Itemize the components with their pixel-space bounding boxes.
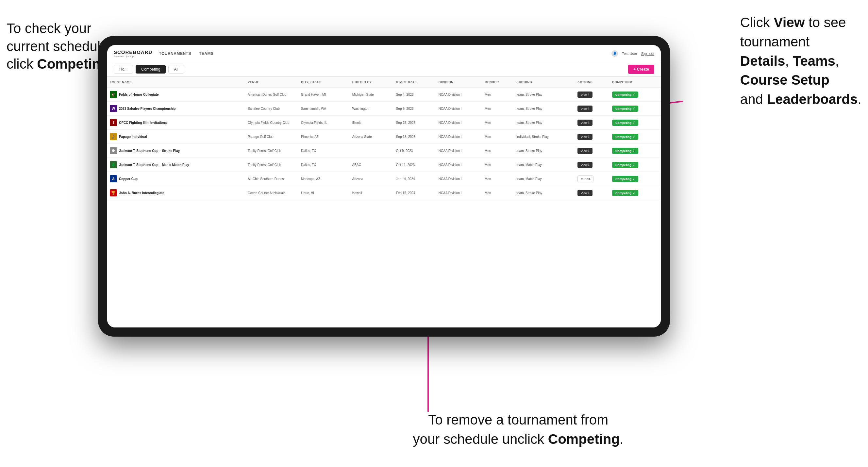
division-cell: NCAA Division I bbox=[436, 130, 482, 144]
competing-button[interactable]: Competing ✓ bbox=[612, 120, 638, 126]
competing-button[interactable]: Competing ✓ bbox=[612, 148, 638, 154]
scoring-cell: team, Stroke Play bbox=[514, 87, 575, 102]
table-row: ACopper CupAk-Chin Southern DunesMaricop… bbox=[107, 172, 661, 186]
actions-cell: View ℹ bbox=[575, 130, 610, 144]
hosted-cell: Arizona State bbox=[350, 130, 394, 144]
table-row: ⚙Jackson T. Stephens Cup – Stroke PlayTr… bbox=[107, 144, 661, 158]
event-name-cell: ⚙Jackson T. Stephens Cup – Stroke Play bbox=[107, 144, 245, 158]
team-logo-icon: A bbox=[110, 175, 117, 182]
view-button[interactable]: View ℹ bbox=[578, 148, 592, 154]
table-row: 🦅Folds of Honor CollegiateAmerican Dunes… bbox=[107, 87, 661, 102]
competing-button[interactable]: Competing ✓ bbox=[612, 190, 638, 196]
actions-cell: View ℹ bbox=[575, 102, 610, 116]
view-button[interactable]: View ℹ bbox=[578, 190, 592, 196]
scoring-cell: team, Stroke Play bbox=[514, 186, 575, 200]
nav-tournaments[interactable]: TOURNAMENTS bbox=[159, 50, 191, 57]
team-logo-icon: 🏆 bbox=[110, 189, 117, 196]
city-cell: Sammamish, WA bbox=[299, 102, 350, 116]
date-cell: Sep 15, 2023 bbox=[394, 116, 436, 130]
hosted-cell: Hawaii bbox=[350, 186, 394, 200]
event-name-cell: 🌲Jackson T. Stephens Cup – Men's Match P… bbox=[107, 158, 245, 172]
nav-items: TOURNAMENTS TEAMS bbox=[159, 50, 612, 57]
logo-subtitle: Powered by clipp bbox=[114, 55, 152, 58]
col-gender: GENDER bbox=[482, 77, 514, 87]
tablet-screen: SCOREBOARD Powered by clipp TOURNAMENTS … bbox=[107, 45, 661, 328]
actions-cell: View ℹ bbox=[575, 144, 610, 158]
city-cell: Phoenix, AZ bbox=[299, 130, 350, 144]
table-row: 🌲Jackson T. Stephens Cup – Men's Match P… bbox=[107, 158, 661, 172]
view-button[interactable]: View ℹ bbox=[578, 162, 592, 168]
competing-cell: Competing ✓ bbox=[610, 87, 661, 102]
gender-cell: Men bbox=[482, 158, 514, 172]
scoring-cell: individual, Stroke Play bbox=[514, 130, 575, 144]
city-cell: Dallas, TX bbox=[299, 158, 350, 172]
tab-home[interactable]: Ho... bbox=[114, 65, 133, 73]
user-icon: 👤 bbox=[612, 50, 618, 57]
competing-button[interactable]: Competing ✓ bbox=[612, 176, 638, 182]
division-cell: NCAA Division I bbox=[436, 102, 482, 116]
event-name-cell: IOFCC Fighting Illini Invitational bbox=[107, 116, 245, 130]
table-row: W2023 Sahalee Players ChampionshipSahale… bbox=[107, 102, 661, 116]
create-button[interactable]: + Create bbox=[628, 65, 654, 74]
actions-cell: View ℹ bbox=[575, 116, 610, 130]
scoring-cell: team, Stroke Play bbox=[514, 116, 575, 130]
competing-cell: Competing ✓ bbox=[610, 102, 661, 116]
gender-cell: Men bbox=[482, 186, 514, 200]
signout-link[interactable]: Sign out bbox=[641, 52, 654, 56]
venue-cell: Ak-Chin Southern Dunes bbox=[245, 172, 299, 186]
team-logo-icon: 🌲 bbox=[110, 161, 117, 168]
actions-cell: View ℹ bbox=[575, 87, 610, 102]
gender-cell: Men bbox=[482, 116, 514, 130]
col-scoring: SCORING bbox=[514, 77, 575, 87]
col-city: CITY, STATE bbox=[299, 77, 350, 87]
competing-button[interactable]: Competing ✓ bbox=[612, 92, 638, 98]
view-button[interactable]: View ℹ bbox=[578, 92, 592, 98]
competing-button[interactable]: Competing ✓ bbox=[612, 162, 638, 168]
division-cell: NCAA Division I bbox=[436, 158, 482, 172]
col-division: DIVISION bbox=[436, 77, 482, 87]
view-button[interactable]: View ℹ bbox=[578, 105, 592, 112]
annotation-top-left: To check your current schedule, click Co… bbox=[6, 20, 113, 73]
tab-competing[interactable]: Competing bbox=[135, 65, 166, 73]
event-name-text: Folds of Honor Collegiate bbox=[119, 93, 159, 96]
scoring-cell: team, Match Play bbox=[514, 158, 575, 172]
view-button[interactable]: View ℹ bbox=[578, 120, 592, 126]
hosted-cell: Arizona bbox=[350, 172, 394, 186]
event-name-cell: 🏌Papago Individual bbox=[107, 130, 245, 144]
division-cell: NCAA Division I bbox=[436, 116, 482, 130]
gender-cell: Men bbox=[482, 87, 514, 102]
edit-button[interactable]: ✏ Edit bbox=[578, 176, 593, 182]
hosted-cell: ABAC bbox=[350, 158, 394, 172]
event-name-text: Jackson T. Stephens Cup – Stroke Play bbox=[119, 149, 180, 153]
event-name-text: Jackson T. Stephens Cup – Men's Match Pl… bbox=[119, 163, 189, 167]
competing-cell: Competing ✓ bbox=[610, 172, 661, 186]
tab-all[interactable]: All bbox=[168, 65, 184, 73]
username: Test User bbox=[622, 52, 637, 56]
venue-cell: Trinity Forest Golf Club bbox=[245, 158, 299, 172]
event-name-cell: W2023 Sahalee Players Championship bbox=[107, 102, 245, 116]
venue-cell: Olympia Fields Country Club bbox=[245, 116, 299, 130]
nav-teams[interactable]: TEAMS bbox=[199, 50, 214, 57]
app-header: SCOREBOARD Powered by clipp TOURNAMENTS … bbox=[107, 45, 661, 62]
col-event-name: EVENT NAME bbox=[107, 77, 245, 87]
table-container: EVENT NAME VENUE CITY, STATE HOSTED BY S… bbox=[107, 77, 661, 328]
table-header-row: EVENT NAME VENUE CITY, STATE HOSTED BY S… bbox=[107, 77, 661, 87]
date-cell: Sep 4, 2023 bbox=[394, 87, 436, 102]
team-logo-icon: W bbox=[110, 105, 117, 112]
competing-button[interactable]: Competing ✓ bbox=[612, 134, 638, 140]
date-cell: Sep 9, 2023 bbox=[394, 102, 436, 116]
gender-cell: Men bbox=[482, 102, 514, 116]
col-actions: ACTIONS bbox=[575, 77, 610, 87]
actions-cell: View ℹ bbox=[575, 186, 610, 200]
competing-cell: Competing ✓ bbox=[610, 116, 661, 130]
tablet: SCOREBOARD Powered by clipp TOURNAMENTS … bbox=[98, 36, 670, 337]
competing-button[interactable]: Competing ✓ bbox=[612, 105, 638, 112]
view-button[interactable]: View ℹ bbox=[578, 134, 592, 140]
city-cell: Lihue, HI bbox=[299, 186, 350, 200]
scoring-cell: team, Match Play bbox=[514, 172, 575, 186]
logo-title: SCOREBOARD bbox=[114, 49, 152, 55]
venue-cell: Ocean Course At Hokuala bbox=[245, 186, 299, 200]
competing-cell: Competing ✓ bbox=[610, 130, 661, 144]
team-logo-icon: ⚙ bbox=[110, 147, 117, 154]
division-cell: NCAA Division I bbox=[436, 172, 482, 186]
